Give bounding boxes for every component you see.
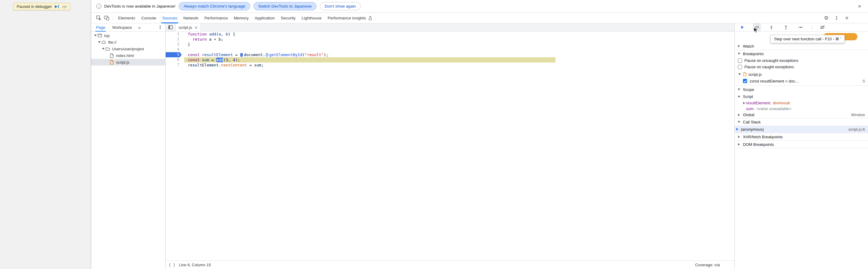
pause-caught-checkbox[interactable]: [738, 65, 742, 69]
code-line-6: 6const sum = add(3, 4);: [166, 57, 735, 62]
more-options-kebab-icon[interactable]: ⋮: [832, 14, 841, 22]
deactivate-breakpoints-button[interactable]: [818, 23, 827, 31]
code-text: }: [188, 42, 190, 47]
line-number-breakpoint[interactable]: 5: [166, 52, 182, 57]
scope-global-group[interactable]: Global Window: [735, 112, 868, 118]
expander-icon: [737, 143, 741, 145]
expander-icon[interactable]: [97, 41, 101, 43]
scope-script-group[interactable]: Script: [735, 93, 868, 100]
switch-devtools-japanese-button[interactable]: Switch DevTools to Japanese: [253, 2, 316, 10]
dont-show-again-button[interactable]: Don't show again: [320, 2, 361, 10]
line-number[interactable]: 1: [166, 31, 182, 37]
toggle-navigator-icon[interactable]: [166, 23, 175, 31]
frame-icon: [97, 33, 102, 37]
scope-variable-sum[interactable]: sum: <value unavailable>: [735, 106, 868, 112]
breakpoint-line-number: 5: [863, 79, 865, 83]
tab-network[interactable]: Network: [180, 13, 202, 23]
file-tree: top file:// Users/user/project: [91, 31, 165, 65]
frame-name: (anonymous): [741, 127, 764, 132]
expander-icon[interactable]: [737, 114, 741, 116]
coverage-label: Coverage: n/a: [695, 263, 720, 267]
dom-breakpoints-header[interactable]: DOM Breakpoints: [735, 141, 868, 148]
scope-variable-resultelement[interactable]: resultElement: div#result: [735, 100, 868, 106]
step-out-button[interactable]: [782, 23, 790, 31]
watch-section-header[interactable]: Watch: [735, 43, 868, 50]
expander-icon[interactable]: [742, 102, 746, 104]
tab-sources[interactable]: Sources: [159, 13, 181, 23]
tab-security[interactable]: Security: [278, 13, 299, 23]
settings-gear-icon[interactable]: ⚙: [822, 14, 831, 22]
tree-item-file-scheme[interactable]: file://: [91, 39, 165, 46]
resume-button[interactable]: [738, 23, 746, 31]
code-editor[interactable]: 1function add(a, b) {2 return a + b;3}45…: [166, 31, 735, 261]
frame-location: script.js:6: [848, 127, 865, 132]
breakpoint-checkbox[interactable]: [743, 79, 747, 83]
breakpoint-entry-row[interactable]: const resultElement = doc… 5: [735, 78, 868, 84]
tab-console[interactable]: Console: [138, 13, 159, 23]
code-line-2: 2 return a + b;: [166, 37, 735, 42]
js-file-icon: [109, 60, 114, 64]
variable-value: <value unavailable>: [756, 106, 792, 111]
navigator-tab-page[interactable]: Page: [95, 23, 106, 31]
step-over-tooltip: Step over next function call - F10 - ⌘ ': [771, 35, 845, 43]
overlay-resume-button[interactable]: [55, 5, 59, 8]
code-line-4: 4: [166, 47, 735, 52]
inline-breakpoint-marker[interactable]: [266, 53, 268, 57]
tab-application[interactable]: Application: [252, 13, 278, 23]
folder-icon: [105, 47, 110, 51]
tab-lighthouse[interactable]: Lighthouse: [299, 13, 325, 23]
line-number[interactable]: 6: [166, 57, 182, 62]
code-text: return a + b;: [188, 37, 223, 42]
step-button[interactable]: [797, 23, 804, 31]
always-match-language-button[interactable]: Always match Chrome's language: [179, 2, 250, 10]
line-number[interactable]: 3: [166, 42, 182, 47]
expander-icon: [737, 45, 741, 47]
call-stack-section: Call Stack (anonymous) script.js:6: [735, 118, 868, 133]
pause-caught-exceptions-row: Pause on caught exceptions: [735, 64, 868, 70]
navigator-tab-workspace[interactable]: Workspace: [112, 23, 132, 31]
more-tabs-icon[interactable]: »: [138, 25, 141, 30]
navigator-menu-kebab-icon[interactable]: ⋮: [156, 23, 164, 31]
tree-item-project-folder[interactable]: Users/user/project: [91, 46, 165, 52]
device-toolbar-icon[interactable]: [103, 14, 111, 22]
xhr-breakpoints-section: XHR/fetch Breakpoints: [735, 133, 868, 141]
close-devtools-icon[interactable]: ×: [842, 14, 851, 22]
inline-breakpoint-marker[interactable]: [240, 53, 243, 57]
step-into-button[interactable]: [768, 23, 775, 31]
expander-icon[interactable]: [101, 48, 105, 50]
editor-tab-script-js[interactable]: script.js ×: [175, 23, 201, 31]
breakpoint-snippet: const resultElement = doc…: [750, 79, 861, 83]
overlay-step-over-button[interactable]: [62, 4, 67, 8]
cursor-position-label: Line 6, Column 15: [179, 263, 211, 267]
resume-play-icon: [55, 5, 58, 8]
pause-uncaught-checkbox[interactable]: [738, 58, 742, 63]
code-text: function add(a, b) {: [188, 31, 235, 37]
tab-close-icon[interactable]: ×: [195, 25, 197, 30]
tree-item-index-html[interactable]: index.html: [91, 52, 165, 59]
web-page-area: Paused in debugger: [0, 0, 91, 269]
breakpoint-file-group[interactable]: script.js: [735, 71, 868, 78]
pretty-print-icon[interactable]: { }: [169, 263, 175, 267]
tab-performance-insights[interactable]: Performance insights: [325, 13, 376, 23]
tree-item-script-js[interactable]: script.js: [91, 59, 165, 65]
tree-item-top[interactable]: top: [91, 32, 165, 39]
infobar-close-icon[interactable]: ×: [855, 2, 864, 10]
tab-elements[interactable]: Elements: [115, 13, 138, 23]
xhr-breakpoints-header[interactable]: XHR/fetch Breakpoints: [735, 133, 868, 140]
breakpoints-section-header[interactable]: Breakpoints: [735, 50, 868, 57]
toolbar-divider: [113, 15, 113, 21]
sources-panel: Page Workspace » ⋮ top: [91, 23, 868, 269]
code-text: const resultElement = document.getElemen…: [188, 52, 328, 57]
scope-section-header[interactable]: Scope: [735, 86, 868, 93]
code-line-1: 1function add(a, b) {: [166, 31, 735, 37]
tab-memory[interactable]: Memory: [231, 13, 252, 23]
line-number[interactable]: 2: [166, 37, 182, 42]
line-number[interactable]: 4: [166, 47, 182, 52]
expander-icon[interactable]: [94, 34, 97, 36]
code-line-7: 7resultElement.textContent = sum;: [166, 62, 735, 68]
call-stack-frame[interactable]: (anonymous) script.js:6: [735, 126, 868, 133]
call-stack-section-header[interactable]: Call Stack: [735, 118, 868, 126]
line-number[interactable]: 7: [166, 62, 182, 68]
inspect-element-icon[interactable]: [95, 14, 103, 22]
tab-performance[interactable]: Performance: [202, 13, 231, 23]
